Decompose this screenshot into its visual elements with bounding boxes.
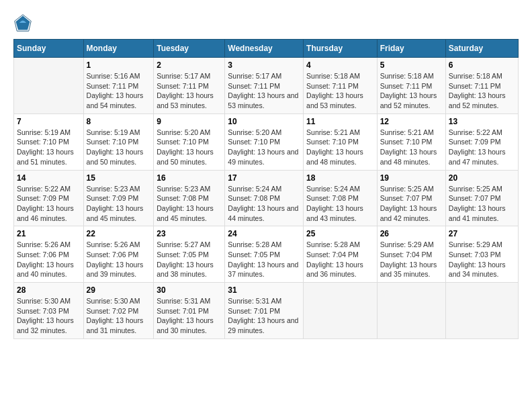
sunset-text: Sunset: 7:08 PM: [228, 194, 280, 202]
week-row-3: 14 Sunrise: 5:22 AM Sunset: 7:09 PM Dayl…: [14, 170, 519, 226]
daylight-text: Daylight: 13 hours and 35 minutes.: [380, 261, 437, 279]
sunrise-text: Sunrise: 5:25 AM: [380, 185, 434, 193]
sunrise-text: Sunrise: 5:29 AM: [449, 240, 502, 248]
header-saturday: Saturday: [445, 40, 518, 58]
sunset-text: Sunset: 7:11 PM: [449, 82, 501, 90]
sunset-text: Sunset: 7:10 PM: [380, 138, 433, 146]
sunrise-text: Sunrise: 5:18 AM: [449, 72, 502, 80]
calendar-cell: [304, 283, 378, 339]
day-number: 18: [306, 173, 374, 183]
day-number: 22: [87, 229, 151, 238]
sunset-text: Sunset: 7:10 PM: [17, 138, 69, 146]
calendar-cell: [377, 283, 445, 339]
day-number: 16: [157, 173, 222, 183]
sunrise-text: Sunrise: 5:20 AM: [228, 128, 281, 136]
daylight-text: Daylight: 13 hours and 46 minutes.: [17, 204, 74, 222]
daylight-text: Daylight: 13 hours and 37 minutes.: [228, 261, 298, 279]
sunset-text: Sunset: 7:04 PM: [306, 250, 359, 259]
calendar-cell: 4 Sunrise: 5:18 AM Sunset: 7:11 PM Dayli…: [304, 58, 378, 114]
calendar-cell: 27 Sunrise: 5:29 AM Sunset: 7:03 PM Dayl…: [445, 226, 518, 283]
daylight-text: Daylight: 13 hours and 53 minutes.: [157, 91, 214, 109]
logo-icon: [13, 13, 32, 32]
header-sunday: Sunday: [14, 40, 84, 58]
sunrise-text: Sunrise: 5:29 AM: [380, 240, 434, 248]
daylight-text: Daylight: 13 hours and 51 minutes.: [17, 148, 74, 166]
calendar-cell: 2 Sunrise: 5:17 AM Sunset: 7:11 PM Dayli…: [154, 58, 225, 114]
daylight-text: Daylight: 13 hours and 36 minutes.: [306, 261, 363, 279]
sunset-text: Sunset: 7:11 PM: [87, 82, 139, 90]
sunrise-text: Sunrise: 5:22 AM: [449, 128, 502, 136]
calendar-cell: 31 Sunrise: 5:31 AM Sunset: 7:01 PM Dayl…: [225, 283, 304, 339]
sunrise-text: Sunrise: 5:21 AM: [380, 128, 434, 136]
day-number: 10: [228, 117, 300, 126]
sunrise-text: Sunrise: 5:22 AM: [17, 185, 71, 193]
day-number: 24: [228, 229, 300, 238]
header-tuesday: Tuesday: [154, 40, 225, 58]
day-number: 27: [449, 229, 515, 238]
header-wednesday: Wednesday: [225, 40, 304, 58]
sunrise-text: Sunrise: 5:20 AM: [157, 128, 210, 136]
header-friday: Friday: [377, 40, 445, 58]
daylight-text: Daylight: 13 hours and 47 minutes.: [449, 148, 506, 166]
day-number: 13: [449, 117, 515, 126]
sunset-text: Sunset: 7:11 PM: [306, 82, 359, 90]
calendar-cell: 12 Sunrise: 5:21 AM Sunset: 7:10 PM Dayl…: [377, 113, 445, 170]
calendar-cell: 9 Sunrise: 5:20 AM Sunset: 7:10 PM Dayli…: [154, 113, 225, 170]
daylight-text: Daylight: 13 hours and 50 minutes.: [157, 148, 214, 166]
sunset-text: Sunset: 7:03 PM: [449, 250, 501, 259]
sunset-text: Sunset: 7:08 PM: [306, 194, 359, 202]
logo: [13, 13, 35, 32]
sunrise-text: Sunrise: 5:24 AM: [228, 185, 281, 193]
sunset-text: Sunset: 7:06 PM: [87, 250, 139, 259]
sunrise-text: Sunrise: 5:23 AM: [87, 185, 140, 193]
calendar-cell: 14 Sunrise: 5:22 AM Sunset: 7:09 PM Dayl…: [14, 170, 84, 226]
day-number: 30: [157, 285, 222, 295]
day-number: 2: [157, 60, 222, 70]
calendar-cell: 21 Sunrise: 5:26 AM Sunset: 7:06 PM Dayl…: [14, 226, 84, 283]
daylight-text: Daylight: 13 hours and 53 minutes.: [306, 91, 363, 109]
sunset-text: Sunset: 7:09 PM: [449, 138, 501, 146]
daylight-text: Daylight: 13 hours and 49 minutes.: [228, 148, 298, 166]
sunset-text: Sunset: 7:09 PM: [17, 194, 69, 202]
sunset-text: Sunset: 7:10 PM: [157, 138, 209, 146]
calendar-cell: 17 Sunrise: 5:24 AM Sunset: 7:08 PM Dayl…: [225, 170, 304, 226]
daylight-text: Daylight: 13 hours and 31 minutes.: [87, 316, 144, 334]
day-number: 21: [17, 229, 81, 238]
sunset-text: Sunset: 7:01 PM: [157, 307, 209, 315]
calendar-cell: [14, 58, 84, 114]
day-number: 31: [228, 285, 300, 295]
sunrise-text: Sunrise: 5:30 AM: [17, 297, 71, 305]
page-header: [13, 13, 519, 32]
sunset-text: Sunset: 7:06 PM: [17, 250, 69, 259]
calendar-cell: 5 Sunrise: 5:18 AM Sunset: 7:11 PM Dayli…: [377, 58, 445, 114]
daylight-text: Daylight: 13 hours and 52 minutes.: [380, 91, 437, 109]
day-number: 14: [17, 173, 81, 183]
daylight-text: Daylight: 13 hours and 40 minutes.: [17, 261, 74, 279]
daylight-text: Daylight: 13 hours and 34 minutes.: [449, 261, 506, 279]
calendar-cell: 7 Sunrise: 5:19 AM Sunset: 7:10 PM Dayli…: [14, 113, 84, 170]
sunrise-text: Sunrise: 5:26 AM: [17, 240, 71, 248]
day-number: 15: [87, 173, 151, 183]
calendar-cell: 11 Sunrise: 5:21 AM Sunset: 7:10 PM Dayl…: [304, 113, 378, 170]
sunset-text: Sunset: 7:10 PM: [87, 138, 139, 146]
sunrise-text: Sunrise: 5:27 AM: [157, 240, 210, 248]
daylight-text: Daylight: 13 hours and 39 minutes.: [87, 261, 144, 279]
calendar-cell: 3 Sunrise: 5:17 AM Sunset: 7:11 PM Dayli…: [225, 58, 304, 114]
calendar-cell: 30 Sunrise: 5:31 AM Sunset: 7:01 PM Dayl…: [154, 283, 225, 339]
sunset-text: Sunset: 7:07 PM: [380, 194, 433, 202]
sunrise-text: Sunrise: 5:17 AM: [157, 72, 210, 80]
calendar-cell: 20 Sunrise: 5:25 AM Sunset: 7:07 PM Dayl…: [445, 170, 518, 226]
sunrise-text: Sunrise: 5:31 AM: [157, 297, 210, 305]
sunset-text: Sunset: 7:08 PM: [157, 194, 209, 202]
calendar-cell: 16 Sunrise: 5:23 AM Sunset: 7:08 PM Dayl…: [154, 170, 225, 226]
sunset-text: Sunset: 7:11 PM: [228, 82, 280, 90]
calendar-cell: 8 Sunrise: 5:19 AM Sunset: 7:10 PM Dayli…: [83, 113, 154, 170]
daylight-text: Daylight: 13 hours and 45 minutes.: [157, 204, 214, 222]
day-number: 9: [157, 117, 222, 126]
calendar-cell: 10 Sunrise: 5:20 AM Sunset: 7:10 PM Dayl…: [225, 113, 304, 170]
day-number: 6: [449, 60, 515, 70]
sunset-text: Sunset: 7:02 PM: [87, 307, 139, 315]
calendar-cell: 6 Sunrise: 5:18 AM Sunset: 7:11 PM Dayli…: [445, 58, 518, 114]
sunset-text: Sunset: 7:05 PM: [157, 250, 209, 259]
calendar-table: SundayMondayTuesdayWednesdayThursdayFrid…: [13, 39, 519, 339]
